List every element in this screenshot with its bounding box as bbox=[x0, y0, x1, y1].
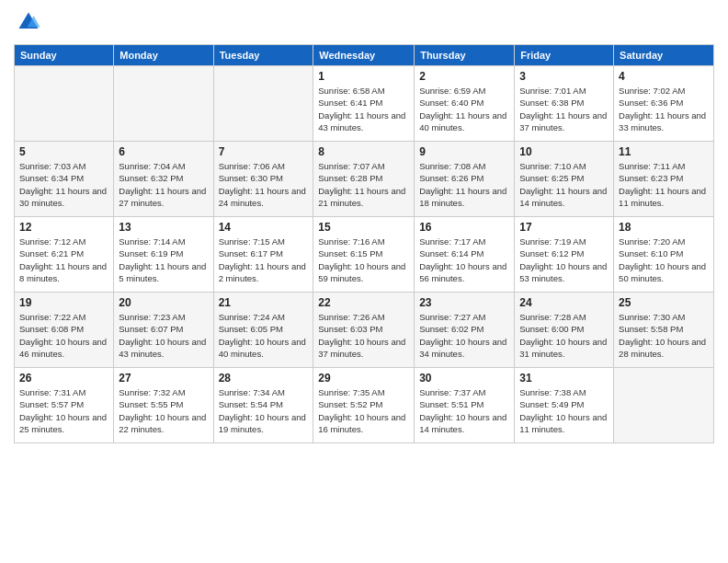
col-wednesday: Wednesday bbox=[313, 45, 415, 66]
day-cell: 7Sunrise: 7:06 AM Sunset: 6:30 PM Daylig… bbox=[213, 142, 313, 217]
day-cell: 6Sunrise: 7:04 AM Sunset: 6:32 PM Daylig… bbox=[114, 142, 213, 217]
day-info: Sunrise: 7:17 AM Sunset: 6:14 PM Dayligh… bbox=[419, 236, 509, 284]
day-info: Sunrise: 7:20 AM Sunset: 6:10 PM Dayligh… bbox=[619, 236, 709, 284]
calendar-header: Sunday Monday Tuesday Wednesday Thursday… bbox=[15, 45, 714, 66]
day-cell: 5Sunrise: 7:03 AM Sunset: 6:34 PM Daylig… bbox=[15, 142, 114, 217]
day-number: 16 bbox=[419, 221, 509, 234]
day-number: 7 bbox=[219, 145, 309, 158]
day-info: Sunrise: 7:07 AM Sunset: 6:28 PM Dayligh… bbox=[318, 160, 409, 209]
day-cell: 15Sunrise: 7:16 AM Sunset: 6:15 PM Dayli… bbox=[313, 217, 415, 293]
day-info: Sunrise: 7:34 AM Sunset: 5:54 PM Dayligh… bbox=[219, 386, 309, 435]
day-info: Sunrise: 7:28 AM Sunset: 6:00 PM Dayligh… bbox=[519, 311, 609, 360]
day-info: Sunrise: 7:27 AM Sunset: 6:02 PM Dayligh… bbox=[419, 311, 509, 360]
day-cell: 17Sunrise: 7:19 AM Sunset: 6:12 PM Dayli… bbox=[515, 217, 614, 293]
day-info: Sunrise: 6:59 AM Sunset: 6:40 PM Dayligh… bbox=[419, 85, 509, 133]
day-number: 10 bbox=[519, 145, 609, 158]
day-info: Sunrise: 7:30 AM Sunset: 5:58 PM Dayligh… bbox=[619, 311, 709, 360]
day-info: Sunrise: 7:14 AM Sunset: 6:19 PM Dayligh… bbox=[119, 236, 208, 284]
day-number: 22 bbox=[318, 296, 409, 309]
day-cell: 31Sunrise: 7:38 AM Sunset: 5:49 PM Dayli… bbox=[515, 368, 614, 443]
logo-icon bbox=[16, 9, 41, 35]
day-number: 29 bbox=[318, 372, 409, 385]
week-row-5: 26Sunrise: 7:31 AM Sunset: 5:57 PM Dayli… bbox=[15, 368, 714, 443]
week-row-4: 19Sunrise: 7:22 AM Sunset: 6:08 PM Dayli… bbox=[15, 293, 714, 368]
day-info: Sunrise: 7:08 AM Sunset: 6:26 PM Dayligh… bbox=[419, 160, 509, 209]
day-number: 31 bbox=[519, 372, 609, 385]
day-info: Sunrise: 7:03 AM Sunset: 6:34 PM Dayligh… bbox=[19, 160, 108, 209]
day-number: 24 bbox=[519, 296, 609, 309]
day-cell: 16Sunrise: 7:17 AM Sunset: 6:14 PM Dayli… bbox=[415, 217, 515, 293]
day-number: 27 bbox=[119, 372, 208, 385]
day-info: Sunrise: 7:01 AM Sunset: 6:38 PM Dayligh… bbox=[519, 85, 609, 133]
week-row-3: 12Sunrise: 7:12 AM Sunset: 6:21 PM Dayli… bbox=[15, 217, 714, 293]
day-number: 8 bbox=[318, 145, 409, 158]
day-number: 11 bbox=[619, 145, 709, 158]
day-number: 17 bbox=[519, 221, 609, 234]
day-cell bbox=[213, 66, 313, 142]
day-number: 25 bbox=[619, 296, 709, 309]
day-cell: 20Sunrise: 7:23 AM Sunset: 6:07 PM Dayli… bbox=[114, 293, 213, 368]
day-cell: 9Sunrise: 7:08 AM Sunset: 6:26 PM Daylig… bbox=[415, 142, 515, 217]
day-info: Sunrise: 7:04 AM Sunset: 6:32 PM Dayligh… bbox=[119, 160, 208, 209]
day-number: 30 bbox=[419, 372, 509, 385]
day-info: Sunrise: 7:15 AM Sunset: 6:17 PM Dayligh… bbox=[219, 236, 309, 284]
col-tuesday: Tuesday bbox=[213, 45, 313, 66]
day-info: Sunrise: 7:11 AM Sunset: 6:23 PM Dayligh… bbox=[619, 160, 709, 209]
day-number: 26 bbox=[19, 372, 108, 385]
day-number: 21 bbox=[219, 296, 309, 309]
col-sunday: Sunday bbox=[15, 45, 114, 66]
calendar: Sunday Monday Tuesday Wednesday Thursday… bbox=[14, 44, 714, 443]
day-number: 28 bbox=[219, 372, 309, 385]
day-number: 14 bbox=[219, 221, 309, 234]
day-number: 3 bbox=[519, 70, 609, 83]
day-number: 9 bbox=[419, 145, 509, 158]
day-info: Sunrise: 7:35 AM Sunset: 5:52 PM Dayligh… bbox=[318, 386, 409, 435]
day-cell: 25Sunrise: 7:30 AM Sunset: 5:58 PM Dayli… bbox=[614, 293, 714, 368]
day-info: Sunrise: 7:02 AM Sunset: 6:36 PM Dayligh… bbox=[619, 85, 709, 133]
day-cell: 13Sunrise: 7:14 AM Sunset: 6:19 PM Dayli… bbox=[114, 217, 213, 293]
day-cell: 30Sunrise: 7:37 AM Sunset: 5:51 PM Dayli… bbox=[415, 368, 515, 443]
day-number: 5 bbox=[19, 145, 108, 158]
day-info: Sunrise: 7:19 AM Sunset: 6:12 PM Dayligh… bbox=[519, 236, 609, 284]
day-cell: 23Sunrise: 7:27 AM Sunset: 6:02 PM Dayli… bbox=[415, 293, 515, 368]
day-number: 20 bbox=[119, 296, 208, 309]
day-cell: 27Sunrise: 7:32 AM Sunset: 5:55 PM Dayli… bbox=[114, 368, 213, 443]
day-cell: 10Sunrise: 7:10 AM Sunset: 6:25 PM Dayli… bbox=[515, 142, 614, 217]
day-info: Sunrise: 7:23 AM Sunset: 6:07 PM Dayligh… bbox=[119, 311, 208, 360]
col-friday: Friday bbox=[515, 45, 614, 66]
col-monday: Monday bbox=[114, 45, 213, 66]
day-cell: 8Sunrise: 7:07 AM Sunset: 6:28 PM Daylig… bbox=[313, 142, 415, 217]
day-number: 1 bbox=[318, 70, 409, 83]
day-number: 19 bbox=[19, 296, 108, 309]
day-cell: 18Sunrise: 7:20 AM Sunset: 6:10 PM Dayli… bbox=[614, 217, 714, 293]
day-info: Sunrise: 6:58 AM Sunset: 6:41 PM Dayligh… bbox=[318, 85, 409, 133]
calendar-body: 1Sunrise: 6:58 AM Sunset: 6:41 PM Daylig… bbox=[15, 66, 714, 443]
day-cell: 11Sunrise: 7:11 AM Sunset: 6:23 PM Dayli… bbox=[614, 142, 714, 217]
day-info: Sunrise: 7:06 AM Sunset: 6:30 PM Dayligh… bbox=[219, 160, 309, 209]
day-number: 6 bbox=[119, 145, 208, 158]
day-cell: 12Sunrise: 7:12 AM Sunset: 6:21 PM Dayli… bbox=[15, 217, 114, 293]
day-cell: 28Sunrise: 7:34 AM Sunset: 5:54 PM Dayli… bbox=[213, 368, 313, 443]
day-cell: 19Sunrise: 7:22 AM Sunset: 6:08 PM Dayli… bbox=[15, 293, 114, 368]
day-cell: 1Sunrise: 6:58 AM Sunset: 6:41 PM Daylig… bbox=[313, 66, 415, 142]
day-cell bbox=[15, 66, 114, 142]
day-cell: 14Sunrise: 7:15 AM Sunset: 6:17 PM Dayli… bbox=[213, 217, 313, 293]
day-info: Sunrise: 7:10 AM Sunset: 6:25 PM Dayligh… bbox=[519, 160, 609, 209]
day-number: 18 bbox=[619, 221, 709, 234]
day-info: Sunrise: 7:26 AM Sunset: 6:03 PM Dayligh… bbox=[318, 311, 409, 360]
day-cell bbox=[614, 368, 714, 443]
col-thursday: Thursday bbox=[415, 45, 515, 66]
day-info: Sunrise: 7:16 AM Sunset: 6:15 PM Dayligh… bbox=[318, 236, 409, 284]
header bbox=[14, 9, 714, 39]
day-number: 15 bbox=[318, 221, 409, 234]
logo bbox=[14, 9, 41, 39]
day-cell: 2Sunrise: 6:59 AM Sunset: 6:40 PM Daylig… bbox=[415, 66, 515, 142]
day-cell: 29Sunrise: 7:35 AM Sunset: 5:52 PM Dayli… bbox=[313, 368, 415, 443]
day-cell: 26Sunrise: 7:31 AM Sunset: 5:57 PM Dayli… bbox=[15, 368, 114, 443]
day-info: Sunrise: 7:37 AM Sunset: 5:51 PM Dayligh… bbox=[419, 386, 509, 435]
day-number: 2 bbox=[419, 70, 509, 83]
day-cell: 24Sunrise: 7:28 AM Sunset: 6:00 PM Dayli… bbox=[515, 293, 614, 368]
weekday-row: Sunday Monday Tuesday Wednesday Thursday… bbox=[15, 45, 714, 66]
day-info: Sunrise: 7:31 AM Sunset: 5:57 PM Dayligh… bbox=[19, 386, 108, 435]
day-info: Sunrise: 7:32 AM Sunset: 5:55 PM Dayligh… bbox=[119, 386, 208, 435]
